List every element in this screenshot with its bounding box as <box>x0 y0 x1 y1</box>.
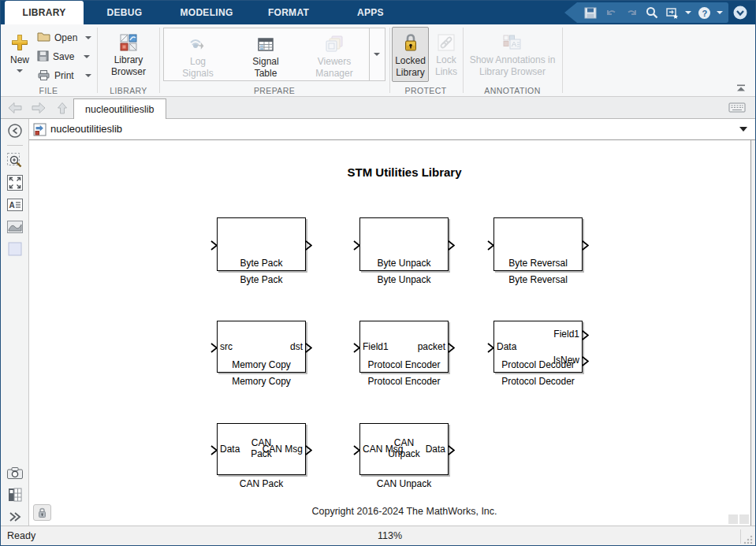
keyboard-icon[interactable] <box>728 102 746 117</box>
block-name-label: Memory Copy <box>199 376 325 387</box>
signal-table-icon <box>257 32 274 56</box>
input-port-icon <box>353 240 360 250</box>
area-tool-button[interactable] <box>6 240 24 258</box>
hide-browser-button[interactable] <box>6 122 24 139</box>
fit-to-view-button[interactable] <box>6 174 24 191</box>
tool-palette: A <box>1 119 29 526</box>
forward-button[interactable] <box>31 101 47 115</box>
library-badge-icon <box>33 123 47 139</box>
block-protocol-encoder[interactable]: Protocol Encoder Field1 packet <box>359 321 449 373</box>
section-divider <box>97 28 98 93</box>
breadcrumb-bar: nucleoutilitieslib <box>29 119 756 140</box>
breadcrumb-dropdown-icon[interactable] <box>739 127 747 132</box>
locked-library-button[interactable]: Locked Library <box>392 27 429 82</box>
save-caret-icon <box>84 55 90 58</box>
lock-links-button[interactable]: Lock Links <box>432 27 460 78</box>
toolstrip-tab-band: LIBRARYDEBUGMODELINGFORMATAPPS ? <box>1 1 755 24</box>
save-button[interactable] <box>582 4 599 21</box>
add-to-quick-access-button[interactable] <box>664 4 681 21</box>
ribbon-tab-apps[interactable]: APPS <box>330 1 412 24</box>
block-memory-copy[interactable]: Memory Copy src dst <box>217 321 306 373</box>
open-button[interactable]: Open <box>37 29 91 46</box>
back-button[interactable] <box>7 101 23 115</box>
resize-grip[interactable] <box>743 535 753 544</box>
save-label: Save <box>53 51 80 62</box>
block-name-label: Byte Pack <box>199 274 325 285</box>
ribbon-tab-debug[interactable]: DEBUG <box>84 1 166 24</box>
annotation-section: A Show Annotations in Library Browser AN… <box>464 24 560 97</box>
redo-button[interactable] <box>623 4 640 21</box>
library-browser-button[interactable]: Library Browser <box>102 27 155 78</box>
print-button[interactable]: Print <box>37 67 91 84</box>
section-divider <box>463 28 464 93</box>
open-label: Open <box>54 32 81 43</box>
locked-library-badge[interactable] <box>33 504 51 521</box>
copyright-text: Copyright 2016-2024 The MathWorks, Inc. <box>311 506 497 517</box>
status-bar: Ready 113% <box>1 526 755 546</box>
minimize-toolstrip-button[interactable] <box>732 4 749 21</box>
annotation-tool-button[interactable]: A <box>6 196 24 214</box>
output-port-icon <box>305 444 312 455</box>
prepare-gallery-caret[interactable] <box>369 28 384 80</box>
log-signals-button[interactable]: Log Signals <box>164 28 232 80</box>
block-inner-label: Memory Copy <box>218 359 305 370</box>
output-port-icon <box>305 240 312 250</box>
svg-text:A: A <box>9 201 15 210</box>
quick-access-caret[interactable] <box>684 4 692 21</box>
library-section-label: LIBRARY <box>99 86 158 95</box>
viewer-tool-button[interactable] <box>6 218 24 236</box>
input-port-icon <box>487 342 494 352</box>
breadcrumb[interactable]: nucleoutilitieslib <box>50 123 122 135</box>
viewers-manager-button[interactable]: Viewers Manager <box>300 28 369 80</box>
output-port-icon <box>582 329 589 340</box>
ribbon-tab-library[interactable]: LIBRARY <box>5 1 84 24</box>
new-button[interactable]: New <box>4 27 35 72</box>
ribbon-tab-modeling[interactable]: MODELING <box>166 1 248 24</box>
block-name-label: CAN Unpack <box>341 478 467 489</box>
block-can-pack[interactable]: CAN Pack Data CAN Msg <box>217 423 306 475</box>
screenshot-button[interactable] <box>6 464 24 481</box>
viewers-manager-icon <box>324 32 344 56</box>
svg-text:A: A <box>512 40 516 48</box>
block-can-unpack[interactable]: CAN Unpack CAN Msg Data <box>359 423 449 475</box>
library-canvas[interactable]: STM Utilities Library Byte Pack Byte Pac… <box>29 140 751 526</box>
block-name-label: Byte Unpack <box>341 274 467 285</box>
help-caret[interactable] <box>716 4 724 21</box>
input-port-icon <box>487 240 494 250</box>
input-port-label: Data <box>497 341 516 352</box>
print-label: Print <box>54 70 81 81</box>
input-port-label: Field1 <box>363 341 389 352</box>
zoom-region-button[interactable] <box>6 152 24 169</box>
output-port-label: packet <box>418 341 445 352</box>
help-button[interactable]: ? <box>695 4 713 21</box>
more-tools-button[interactable] <box>6 508 24 526</box>
save-button-ts[interactable]: Save <box>37 48 91 65</box>
block-inner-label: Byte Pack <box>218 258 305 269</box>
signal-table-button[interactable]: Signal Table <box>232 28 300 80</box>
block-inner-label: Protocol Encoder <box>360 359 448 370</box>
new-caret-icon <box>17 69 23 72</box>
block-protocol-decoder[interactable]: Protocol Decoder Data Field1 IsNew <box>493 321 583 373</box>
up-to-parent-button[interactable] <box>54 101 70 115</box>
block-name-label: CAN Pack <box>199 478 325 489</box>
search-button[interactable] <box>643 4 661 21</box>
file-section-label: FILE <box>1 86 96 95</box>
section-divider <box>562 28 563 93</box>
show-annotations-button[interactable]: A Show Annotations in Library Browser <box>466 27 559 78</box>
block-byte-pack[interactable]: Byte Pack <box>217 217 306 271</box>
collapse-toolstrip-button[interactable] <box>735 84 747 93</box>
ribbon-tab-format[interactable]: FORMAT <box>248 1 330 24</box>
quick-access-toolbar: ? <box>564 2 728 23</box>
block-byte-unpack[interactable]: Byte Unpack <box>359 217 449 271</box>
undo-button[interactable] <box>602 4 620 21</box>
input-port-icon <box>210 444 218 455</box>
document-tab-label: nucleoutilitieslib <box>85 104 155 115</box>
model-data-editor-button[interactable] <box>6 486 24 503</box>
document-tab[interactable]: nucleoutilitieslib <box>73 98 166 119</box>
output-port-label: Data <box>426 444 445 455</box>
block-name-label: Protocol Decoder <box>475 376 601 387</box>
block-byte-reversal[interactable]: Byte Reversal <box>493 217 583 271</box>
section-divider <box>159 28 160 93</box>
input-port-label: CAN Msg <box>363 444 403 455</box>
output-port-icon <box>448 444 455 455</box>
